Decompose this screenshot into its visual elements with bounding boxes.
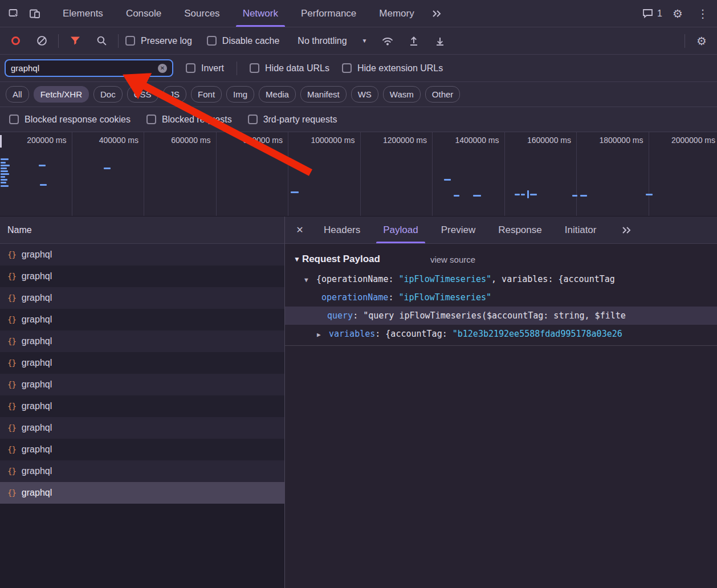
request-row[interactable]: {}graphql (0, 439, 284, 460)
view-source-link[interactable]: view source (430, 255, 475, 264)
waterfall-mark (580, 195, 587, 197)
chip-all[interactable]: All (6, 86, 29, 103)
detail-tab-headers[interactable]: Headers (312, 217, 372, 243)
network-split-view: Name {}graphql{}graphql{}graphql{}graphq… (0, 217, 717, 588)
throttling-select[interactable]: No throttling ▼ (294, 36, 370, 46)
waterfall-mark (1, 176, 5, 178)
chip-ws[interactable]: WS (351, 86, 378, 103)
request-row[interactable]: {}graphql (0, 395, 284, 417)
hide-extension-urls-checkbox[interactable] (342, 63, 352, 73)
request-name: graphql (22, 315, 52, 325)
payload-line[interactable]: ▶variables: {accountTag: "b12e3b2192ee55… (285, 325, 717, 343)
settings-gear-icon[interactable]: ⚙ (668, 3, 687, 24)
clear-filter-icon[interactable]: ✕ (158, 64, 167, 73)
waterfall-mark (527, 190, 529, 198)
request-row[interactable]: {}graphql (0, 244, 284, 266)
payload-text: , variables: {accountTag (491, 274, 615, 284)
device-toolbar-button[interactable] (25, 3, 44, 24)
devtools-window: ElementsConsoleSourcesNetworkPerformance… (0, 0, 717, 588)
payload-line[interactable]: operationName: "ipFlowTimeseries" (285, 288, 717, 307)
blocked-response-cookies-checkbox[interactable] (9, 115, 19, 124)
payload-text: : (388, 292, 398, 303)
request-row[interactable]: {}graphql (0, 460, 284, 482)
inspect-element-button[interactable] (5, 3, 24, 24)
request-row[interactable]: {}graphql (0, 309, 284, 330)
request-name: graphql (22, 358, 52, 368)
request-row[interactable]: {}graphql (0, 330, 284, 352)
tab-elements[interactable]: Elements (51, 0, 115, 27)
request-rows: {}graphql{}graphql{}graphql{}graphql{}gr… (0, 244, 284, 504)
request-type-filter-bar: AllFetch/XHRDocCSSJSFontImgMediaManifest… (0, 82, 717, 107)
record-button[interactable] (6, 31, 25, 51)
more-panels-button[interactable] (427, 3, 446, 24)
waterfall-mark (572, 195, 577, 197)
disable-cache-checkbox[interactable] (207, 36, 217, 46)
invert-checkbox[interactable] (186, 63, 195, 73)
more-detail-tabs-button[interactable] (617, 220, 636, 240)
collapse-icon[interactable]: ▼ (304, 271, 316, 288)
search-button[interactable] (92, 31, 111, 51)
collapse-icon[interactable]: ▼ (294, 255, 300, 263)
tab-sources[interactable]: Sources (173, 0, 231, 27)
preserve-log-checkbox[interactable] (125, 36, 135, 46)
export-har-button[interactable] (430, 31, 450, 51)
filter-text-input[interactable] (11, 63, 153, 73)
request-row[interactable]: {}graphql (0, 417, 284, 439)
request-row[interactable]: {}graphql (0, 482, 284, 504)
chip-manifest[interactable]: Manifest (300, 86, 347, 103)
request-name: graphql (22, 293, 52, 303)
filter-button[interactable] (66, 31, 85, 51)
tab-console[interactable]: Console (115, 0, 173, 27)
detail-tab-preview[interactable]: Preview (430, 217, 487, 243)
network-settings-gear-icon[interactable]: ⚙ (692, 31, 711, 51)
json-braces-icon: {} (7, 337, 16, 346)
chip-doc[interactable]: Doc (93, 86, 123, 103)
network-toolbar: Preserve log Disable cache No throttling… (0, 27, 717, 55)
waterfall-mark (515, 194, 520, 195)
expand-icon[interactable]: ▶ (317, 326, 329, 343)
request-row[interactable]: {}graphql (0, 287, 284, 309)
blocked-requests-checkbox[interactable] (146, 115, 156, 124)
waterfall-mark (1, 185, 9, 187)
chip-js[interactable]: JS (163, 86, 187, 103)
chip-css[interactable]: CSS (127, 86, 158, 103)
chip-fetch-xhr[interactable]: Fetch/XHR (34, 86, 89, 103)
issues-button[interactable]: 1 (642, 9, 662, 19)
waterfall-marks (0, 132, 717, 216)
payload-line[interactable]: ▼{operationName: "ipFlowTimeseries", var… (285, 270, 717, 288)
detail-tab-payload[interactable]: Payload (372, 217, 429, 243)
payload-text: : "query ipFlowTimeseries($accountTag: s… (353, 311, 626, 321)
chip-media[interactable]: Media (259, 86, 296, 103)
payload-line[interactable]: query: "query ipFlowTimeseries($accountT… (285, 307, 717, 325)
3rd-party-requests-checkbox[interactable] (248, 115, 258, 124)
payload-text: "ipFlowTimeseries" (398, 292, 491, 303)
clear-button[interactable] (32, 31, 51, 51)
tab-performance[interactable]: Performance (290, 0, 368, 27)
chip-img[interactable]: Img (226, 86, 254, 103)
name-column-header[interactable]: Name (0, 217, 284, 244)
waterfall-mark (530, 194, 537, 195)
request-row[interactable]: {}graphql (0, 352, 284, 374)
request-row[interactable]: {}graphql (0, 374, 284, 395)
chip-wasm[interactable]: Wasm (383, 86, 421, 103)
json-braces-icon: {} (7, 467, 16, 476)
tab-network[interactable]: Network (231, 0, 290, 27)
timeline-overview[interactable]: 200000 ms400000 ms600000 ms800000 ms1000… (0, 132, 717, 217)
request-row[interactable]: {}graphql (0, 266, 284, 287)
detail-tab-response[interactable]: Response (487, 217, 553, 243)
json-braces-icon: {} (7, 402, 16, 411)
import-har-button[interactable] (404, 31, 423, 51)
kebab-menu-icon[interactable]: ⋮ (693, 3, 712, 24)
tab-memory[interactable]: Memory (368, 0, 425, 27)
network-conditions-button[interactable] (378, 31, 397, 51)
chip-font[interactable]: Font (191, 86, 222, 103)
detail-tab-initiator[interactable]: Initiator (553, 217, 608, 243)
request-name: graphql (22, 466, 52, 476)
json-braces-icon: {} (7, 293, 16, 303)
chip-other[interactable]: Other (425, 86, 461, 103)
issues-count: 1 (657, 9, 662, 19)
waterfall-mark (1, 162, 6, 164)
hide-data-urls-checkbox[interactable] (250, 63, 259, 73)
close-details-button[interactable]: ✕ (287, 217, 312, 243)
device-toolbar-icon (29, 8, 40, 19)
